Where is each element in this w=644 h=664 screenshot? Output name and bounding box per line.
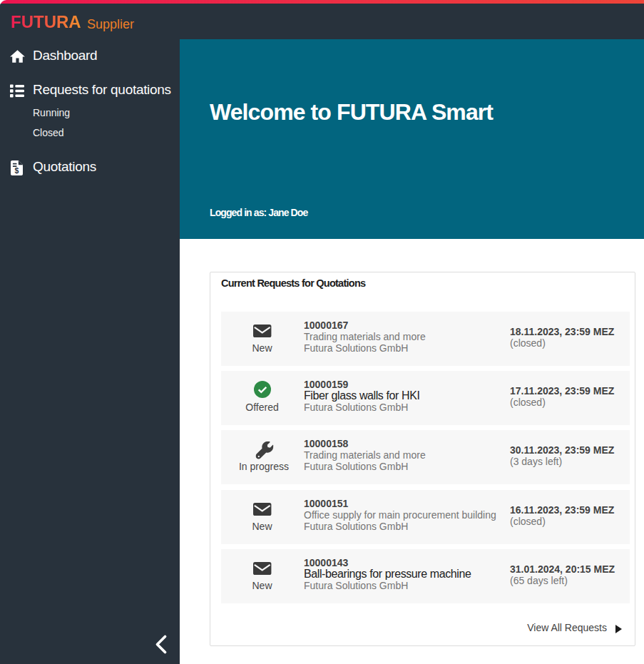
svg-text:$: $ — [14, 166, 19, 175]
